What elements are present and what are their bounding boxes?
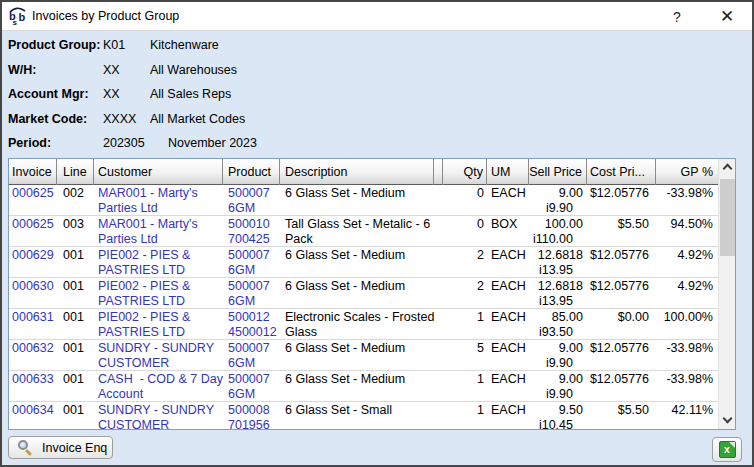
table-row[interactable]: 000625003MAR001 - Marty'sParties Ltd5000…: [9, 216, 718, 247]
table-row[interactable]: 000630001PIE002 - PIES &PASTRIES LTD5000…: [9, 278, 718, 309]
cell-gp-percent: -33.98%: [656, 371, 718, 401]
excel-icon: x: [719, 441, 736, 458]
filter-value: XX: [103, 87, 150, 102]
cell-um: EACH: [487, 247, 529, 277]
window-title: Invoices by Product Group: [32, 9, 179, 23]
filter-warehouse: W/H: XX All Warehouses: [8, 63, 746, 78]
cell-product: 5000076GM: [223, 340, 280, 370]
table-row[interactable]: 000633001CASH - COD & 7 DayAccount500007…: [9, 371, 718, 402]
cell-gp-percent: 42.11%: [656, 402, 718, 429]
vertical-scrollbar[interactable]: [718, 159, 735, 429]
cell-spacer: [434, 371, 443, 401]
svg-text:s: s: [13, 18, 18, 25]
cell-invoice: 000633: [9, 371, 57, 401]
table-row[interactable]: 000629001PIE002 - PIES &PASTRIES LTD5000…: [9, 247, 718, 278]
cell-qty: 5: [443, 340, 487, 370]
filter-label: Period:: [8, 136, 103, 151]
cell-invoice: 000625: [9, 185, 57, 215]
column-header-customer[interactable]: Customer: [94, 159, 223, 185]
filter-value: K01: [103, 38, 150, 53]
cell-sell-price: 9.50i10.45: [529, 402, 587, 429]
cell-qty: 0: [443, 185, 487, 215]
cell-qty: 0: [443, 216, 487, 246]
scroll-up-button[interactable]: [719, 159, 736, 176]
cell-cost-price: $5.50: [587, 216, 656, 246]
cell-line: 003: [57, 216, 94, 246]
column-header-qty[interactable]: Qty: [443, 159, 487, 185]
filter-description: November 2023: [168, 136, 257, 151]
filter-market-code: Market Code: XXXX All Market Codes: [8, 112, 746, 127]
cell-gp-percent: 4.92%: [656, 247, 718, 277]
cell-customer: CASH - COD & 7 DayAccount: [94, 371, 223, 401]
cell-invoice: 000625: [9, 216, 57, 246]
scroll-down-button[interactable]: [719, 412, 736, 429]
cell-gp-percent: 94.50%: [656, 216, 718, 246]
filter-product-group: Product Group: K01 Kitchenware: [8, 38, 746, 53]
table-row[interactable]: 000634001SUNDRY - SUNDRYCUSTOMER50000870…: [9, 402, 718, 429]
grid-header-row: InvoiceLineCustomerProductDescriptionQty…: [9, 159, 718, 185]
cell-cost-price: $12.05776: [587, 278, 656, 308]
filter-period: Period: 202305 November 2023: [8, 136, 746, 151]
cell-product: 5000076GM: [223, 278, 280, 308]
cell-qty: 1: [443, 309, 487, 339]
invoice-table: InvoiceLineCustomerProductDescriptionQty…: [8, 158, 736, 430]
column-header-description[interactable]: Description: [280, 159, 434, 185]
table-row[interactable]: 000625002MAR001 - Marty'sParties Ltd5000…: [9, 185, 718, 216]
invoice-enq-button[interactable]: Invoice Enq: [8, 436, 113, 459]
help-button[interactable]: ?: [660, 2, 694, 31]
filter-account-mgr: Account Mgr: XX All Sales Reps: [8, 87, 746, 102]
cell-product: 5000076GM: [223, 247, 280, 277]
cell-sell-price: 12.6818i13.95: [529, 278, 587, 308]
cell-customer: PIE002 - PIES &PASTRIES LTD: [94, 309, 223, 339]
cell-qty: 1: [443, 402, 487, 429]
filter-value: XX: [103, 63, 150, 78]
cell-customer: MAR001 - Marty'sParties Ltd: [94, 216, 223, 246]
column-header-product[interactable]: Product: [223, 159, 280, 185]
cell-um: BOX: [487, 216, 529, 246]
cell-um: EACH: [487, 371, 529, 401]
close-button[interactable]: ✕: [710, 2, 744, 31]
column-header-cost-price[interactable]: Cost Pri...: [587, 159, 656, 185]
cell-line: 001: [57, 402, 94, 429]
column-header-invoice[interactable]: Invoice: [9, 159, 57, 185]
cell-cost-price: $12.05776: [587, 185, 656, 215]
export-to-excel-button[interactable]: x: [712, 437, 742, 462]
cell-product: 5000124500012: [223, 309, 280, 339]
app-logo-icon: b s b: [8, 7, 28, 25]
cell-line: 001: [57, 340, 94, 370]
table-row[interactable]: 000631001PIE002 - PIES &PASTRIES LTD5000…: [9, 309, 718, 340]
cell-invoice: 000629: [9, 247, 57, 277]
cell-customer: SUNDRY - SUNDRYCUSTOMER: [94, 402, 223, 429]
cell-gp-percent: 100.00%: [656, 309, 718, 339]
column-header-spacer[interactable]: [434, 159, 443, 185]
cell-line: 001: [57, 278, 94, 308]
invoice-grid: InvoiceLineCustomerProductDescriptionQty…: [9, 159, 718, 429]
filter-description: All Warehouses: [150, 63, 237, 78]
cell-cost-price: $0.00: [587, 309, 656, 339]
cell-description: 6 Glass Set - Medium: [280, 371, 434, 401]
chevron-down-icon: [723, 414, 733, 424]
cell-customer: PIE002 - PIES &PASTRIES LTD: [94, 247, 223, 277]
cell-sell-price: 12.6818i13.95: [529, 247, 587, 277]
column-header-gp-percent[interactable]: GP %: [656, 159, 718, 185]
cell-sell-price: 9.00i9.90: [529, 185, 587, 215]
filter-description: All Market Codes: [150, 112, 245, 127]
cell-line: 001: [57, 247, 94, 277]
filter-description: Kitchenware: [150, 38, 219, 53]
scrollbar-thumb[interactable]: [720, 179, 735, 256]
cell-qty: 2: [443, 278, 487, 308]
cell-um: EACH: [487, 185, 529, 215]
cell-cost-price: $5.50: [587, 402, 656, 429]
table-row[interactable]: 000632001SUNDRY - SUNDRYCUSTOMER5000076G…: [9, 340, 718, 371]
column-header-line[interactable]: Line: [57, 159, 94, 185]
cell-invoice: 000630: [9, 278, 57, 308]
filter-value: 202305: [103, 136, 168, 151]
cell-description: Electronic Scales - FrostedGlass: [280, 309, 434, 339]
cell-um: EACH: [487, 402, 529, 429]
cell-invoice: 000634: [9, 402, 57, 429]
column-header-um[interactable]: UM: [487, 159, 529, 185]
filter-label: Product Group:: [8, 38, 103, 53]
filter-description: All Sales Reps: [150, 87, 231, 102]
column-header-sell-price[interactable]: Sell Price: [529, 159, 587, 185]
cell-sell-price: 100.00i110.00: [529, 216, 587, 246]
